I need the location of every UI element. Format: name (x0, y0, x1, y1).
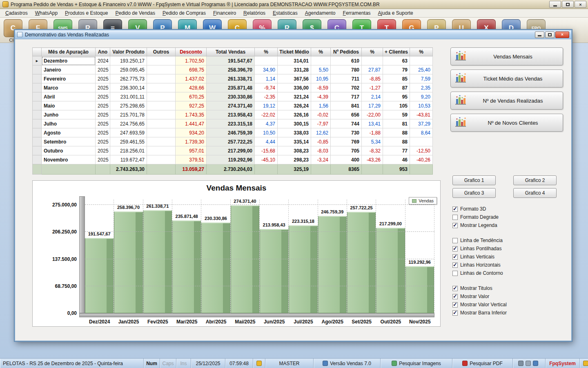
cell-[interactable]: 7,59 (410, 74, 433, 83)
checkbox-linhas-pontilhadas[interactable]: Linhas Pontilhadas (452, 245, 563, 253)
cell-desconto[interactable]: 1.441,47 (176, 119, 207, 128)
cell-desconto[interactable]: 428,66 (176, 83, 207, 92)
cell-clientes[interactable]: 59 (383, 110, 410, 119)
cell-mes-de-apuracao[interactable]: Julho (42, 119, 96, 128)
cell-[interactable]: 13,41 (362, 119, 383, 128)
cell-clientes[interactable]: 81 (383, 119, 410, 128)
checked-checkbox-icon[interactable] (452, 246, 458, 251)
cell-[interactable]: 5,34 (362, 137, 383, 146)
grafico-2-button[interactable]: Grafico 2 (513, 175, 557, 185)
cell-clientes[interactable]: 88 (383, 128, 410, 137)
cell-[interactable]: -0,02 (311, 110, 331, 119)
cell-clientes[interactable]: 63 (383, 56, 410, 65)
cell-[interactable]: -22,00 (362, 110, 383, 119)
cell-[interactable]: 8,64 (410, 128, 433, 137)
cell-valor-produto[interactable]: 215.701,78 (110, 110, 147, 119)
cell-[interactable]: 34,90 (255, 65, 278, 74)
cell-[interactable]: 25,40 (410, 65, 433, 74)
cell-n-pedidos[interactable]: 702 (331, 83, 362, 92)
cell-outros[interactable] (147, 92, 176, 101)
cell-valor-produto[interactable]: 275.298,65 (110, 101, 147, 110)
unchecked-checkbox-icon[interactable] (452, 215, 458, 220)
cell-n-pedidos[interactable]: 711 (331, 74, 362, 83)
cell-[interactable]: -8,85 (362, 74, 383, 83)
cell-ano[interactable]: 2025 (96, 65, 110, 74)
checked-checkbox-icon[interactable] (452, 263, 458, 268)
row-selector[interactable] (33, 74, 42, 83)
cell-mes-de-apuracao[interactable]: Fevereiro (42, 74, 96, 83)
row-selector[interactable] (33, 101, 42, 110)
cell-[interactable]: -43,26 (362, 155, 383, 164)
cell-[interactable]: 2,35 (410, 83, 433, 92)
cell-total-vendas[interactable]: 274.371,40 (207, 101, 255, 110)
minimize-button[interactable] (549, 1, 561, 8)
cell-valor-produto[interactable]: 224.756,65 (110, 119, 147, 128)
cell-ano[interactable]: 2025 (96, 146, 110, 155)
cell-ticket-medio[interactable]: 321,24 (278, 92, 311, 101)
cell-desconto[interactable]: 698,75 (176, 65, 207, 74)
checked-checkbox-icon[interactable] (452, 223, 458, 228)
cell-[interactable]: -9,74 (255, 83, 278, 92)
cell-[interactable] (311, 56, 331, 65)
menu-item-agendamento[interactable]: Agendamento (301, 9, 339, 17)
cell-ticket-medio[interactable]: 326,24 (278, 101, 311, 110)
cell-clientes[interactable]: 77 (383, 146, 410, 155)
cell-mes-de-apuracao[interactable]: Outubro (42, 146, 96, 155)
cell-[interactable]: -8,03 (311, 146, 331, 155)
checked-checkbox-icon[interactable] (452, 286, 458, 291)
row-selector[interactable] (33, 110, 42, 119)
cell-desconto[interactable]: 957,01 (176, 146, 207, 155)
cell-[interactable]: 1,56 (311, 101, 331, 110)
checkbox-linha-de-tendencia[interactable]: Linha de Tendência (452, 236, 563, 245)
child-minimize-button[interactable] (535, 31, 544, 38)
cell-desconto[interactable]: 934,20 (176, 128, 207, 137)
cell-mes-de-apuracao[interactable]: Abril (42, 92, 96, 101)
cell-outros[interactable] (147, 119, 176, 128)
menu-item-ajuda-e-suporte[interactable]: Ajuda e Suporte (374, 9, 417, 17)
cell-[interactable]: -1,88 (362, 128, 383, 137)
cell-total-vendas[interactable]: 230.330,86 (207, 92, 255, 101)
row-selector[interactable] (33, 83, 42, 92)
cell-mes-de-apuracao[interactable]: Agosto (42, 128, 96, 137)
menu-item-financeiro[interactable]: Financeiro (209, 9, 240, 17)
cell-ano[interactable]: 2025 (96, 92, 110, 101)
cell-outros[interactable] (147, 65, 176, 74)
cell-[interactable]: -15,68 (255, 146, 278, 155)
grafico-1-button[interactable]: Grafico 1 (452, 175, 496, 185)
cell-n-pedidos[interactable]: 656 (331, 110, 362, 119)
cell-[interactable]: 2,14 (362, 92, 383, 101)
cell-[interactable]: -1,27 (362, 83, 383, 92)
cell-total-vendas[interactable]: 213.958,43 (207, 110, 255, 119)
cell-[interactable]: -40,26 (410, 155, 433, 164)
cell-[interactable] (362, 56, 383, 65)
cell-mes-de-apuracao[interactable]: Marco (42, 83, 96, 92)
cell-desconto[interactable]: 1.437,02 (176, 74, 207, 83)
cell-ticket-medio[interactable]: 338,03 (278, 128, 311, 137)
cell-[interactable]: 4,44 (255, 137, 278, 146)
cell-total-vendas[interactable]: 119.292,96 (207, 155, 255, 164)
cell-[interactable]: -12,50 (410, 146, 433, 155)
cell-[interactable]: -8,32 (362, 146, 383, 155)
menu-item-pedido-de-vendas[interactable]: Pedido de Vendas (112, 9, 159, 17)
cell-outros[interactable] (147, 137, 176, 146)
cell-mes-de-apuracao[interactable]: Maio (42, 101, 96, 110)
grafico-3-button[interactable]: Grafico 3 (452, 188, 496, 198)
menu-item-whatsapp[interactable]: WhatsApp (31, 9, 61, 17)
cell-valor-produto[interactable]: 259.461,55 (110, 137, 147, 146)
cell-[interactable]: -3,24 (311, 155, 331, 164)
cell-clientes[interactable]: 87 (383, 83, 410, 92)
cell-n-pedidos[interactable]: 705 (331, 146, 362, 155)
cell-outros[interactable] (147, 155, 176, 164)
cell-clientes[interactable]: 95 (383, 92, 410, 101)
cell-valor-produto[interactable]: 236.300,14 (110, 83, 147, 92)
child-maximize-button[interactable] (545, 31, 555, 38)
checkbox-mostrar-valor-vertical[interactable]: Mostrar Valor Vertical (452, 301, 563, 309)
cell-ano[interactable]: 2025 (96, 137, 110, 146)
cell-[interactable]: -8,59 (311, 83, 331, 92)
checkbox-formato-3d[interactable]: Formato 3D (452, 205, 563, 213)
row-selector[interactable] (33, 65, 42, 74)
cell-n-pedidos[interactable]: 717 (331, 92, 362, 101)
cell-total-vendas[interactable]: 235.871,48 (207, 83, 255, 92)
cell-valor-produto[interactable]: 119.672,47 (110, 155, 147, 164)
cell-mes-de-apuracao[interactable]: Setembro (42, 137, 96, 146)
